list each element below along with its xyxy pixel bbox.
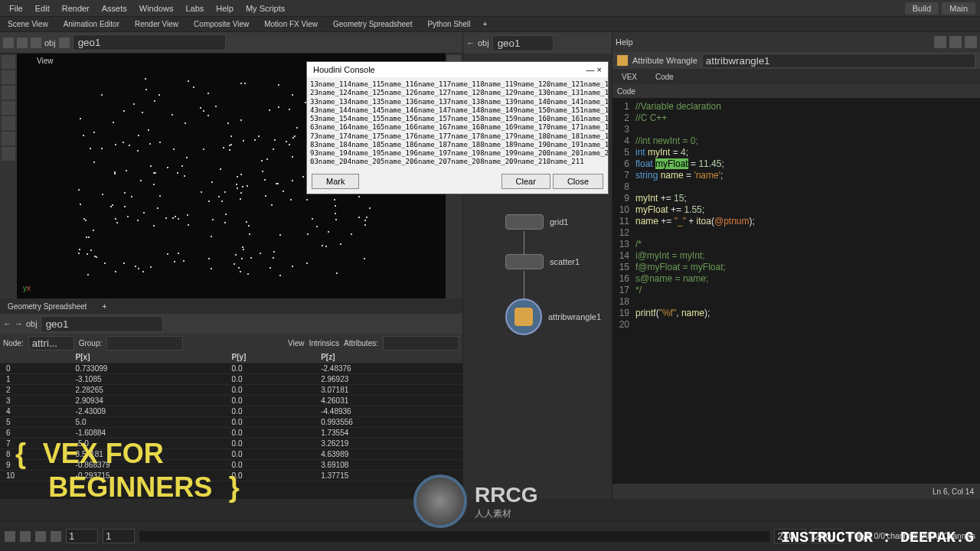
path-input[interactable]	[73, 34, 226, 51]
spreadsheet-path: ← → obj	[0, 314, 462, 334]
parm-tab-code[interactable]: Code	[646, 73, 683, 81]
table-row[interactable]: 4-2.430090.0-4.48936	[0, 406, 462, 416]
axis-gnomon: yx	[23, 284, 31, 292]
play-next-icon[interactable]	[51, 531, 61, 542]
fwd-icon[interactable]	[17, 37, 28, 48]
menu-assets[interactable]: Assets	[96, 4, 133, 13]
frame-cur[interactable]	[103, 529, 135, 543]
tool-icon[interactable]	[2, 101, 15, 115]
overlay-title: { VEX FOR BEGINNERS }	[15, 438, 240, 505]
tool-icon[interactable]	[2, 132, 15, 145]
menu-file[interactable]: File	[3, 4, 29, 13]
path-input[interactable]	[492, 35, 554, 51]
tab-python-shell[interactable]: Python Shell	[420, 20, 478, 28]
fwd-icon[interactable]: →	[15, 319, 23, 328]
menu-render[interactable]: Render	[56, 4, 96, 13]
menu-labs[interactable]: Labs	[179, 4, 210, 13]
gear-icon[interactable]	[965, 36, 977, 48]
shelf-left	[0, 54, 17, 298]
back-icon[interactable]	[3, 37, 14, 48]
back-icon[interactable]: ←	[3, 319, 11, 328]
viewport-label: View	[37, 57, 54, 65]
play-icon[interactable]	[35, 531, 46, 542]
tool-icon[interactable]	[2, 147, 15, 161]
spreadsheet-filter: Node: Group: View Intrinsics Attributes:	[0, 334, 462, 352]
tool-icon[interactable]	[2, 116, 15, 130]
play-prev-icon[interactable]	[20, 531, 31, 542]
menu-help[interactable]: Help	[210, 4, 240, 13]
node-grid1[interactable]: grid1	[505, 214, 568, 230]
node-attribwrangle1[interactable]: attribwrangle1	[505, 298, 601, 335]
table-row[interactable]: 55.00.00.993556	[0, 416, 462, 427]
menu-edit[interactable]: Edit	[29, 4, 56, 13]
console-output[interactable]: 13name_114name_115name_116name_117name_1…	[307, 77, 608, 169]
tool-icon[interactable]	[2, 55, 15, 69]
group-field[interactable]	[106, 336, 183, 350]
tab-render-view[interactable]: Render View	[127, 20, 186, 28]
status-bar: Ln 6, Col 14	[612, 484, 980, 499]
frame-start[interactable]	[66, 529, 98, 543]
view-drop[interactable]: View	[288, 339, 305, 347]
intrinsics-drop[interactable]: Intrinsics	[309, 339, 339, 347]
tab-composite-view[interactable]: Composite View	[186, 20, 256, 28]
mark-button[interactable]: Mark	[312, 174, 359, 189]
parm-toolbar: Help	[612, 32, 980, 52]
minimize-icon[interactable]: —	[586, 65, 595, 74]
table-row[interactable]: 22.282650.03.07181	[0, 384, 462, 395]
close-button[interactable]: Close	[553, 174, 603, 189]
tab-add[interactable]: +	[94, 302, 114, 311]
table-row[interactable]: 32.909340.04.26031	[0, 395, 462, 406]
build-dropdown[interactable]: Build	[905, 2, 939, 15]
group-label: Group:	[79, 339, 103, 347]
overlay-instructor: INSTRUCTOR : DEEPAK.G	[781, 529, 974, 546]
node-field[interactable]	[28, 336, 74, 350]
cursor-pos: Ln 6, Col 14	[933, 487, 974, 496]
console-dialog: Houdini Console — × 13name_114name_115na…	[306, 61, 609, 194]
logo-icon	[413, 474, 467, 528]
path-input[interactable]	[41, 316, 163, 332]
node-type: Attribute Wrangle	[632, 56, 697, 65]
table-row[interactable]: 00.7330990.0-2.48376	[0, 363, 462, 373]
node-label: Node:	[3, 339, 24, 347]
spreadsheet-tabs: Geometry Spreadsheet +	[0, 298, 462, 314]
dialog-title: Houdini Console	[313, 65, 586, 74]
table-row[interactable]: 1-3.10850.02.96923	[0, 373, 462, 384]
table-row[interactable]: 6-1.608840.01.73554	[0, 427, 462, 438]
play-start-icon[interactable]	[5, 531, 15, 542]
search-icon[interactable]	[949, 36, 962, 48]
tab-add[interactable]: +	[479, 20, 492, 28]
clear-button[interactable]: Clear	[501, 174, 550, 189]
menu-windows[interactable]: Windows	[133, 4, 180, 13]
close-icon[interactable]: ×	[597, 65, 602, 74]
node-icon	[59, 37, 70, 48]
attr-field[interactable]	[383, 336, 459, 350]
node-scatter1[interactable]: scatter1	[505, 254, 580, 269]
wrangle-icon	[617, 55, 628, 66]
back-icon[interactable]: ←	[466, 38, 475, 47]
node-header: Attribute Wrangle	[612, 52, 980, 69]
network-pathbar: ← obj	[463, 32, 612, 54]
overlay-logo: RRCG 人人素材	[413, 474, 537, 528]
code-section-label: Code	[612, 84, 980, 98]
node-name-field[interactable]	[702, 54, 975, 68]
tool-icon[interactable]	[2, 70, 15, 84]
tool-icon[interactable]	[2, 86, 15, 99]
code-editor[interactable]: 1//Variable declaration2//C C++34//int n…	[612, 98, 980, 484]
main-dropdown[interactable]: Main	[942, 2, 975, 15]
tab-geometry-spreadsheet[interactable]: Geometry Spreadsheet	[325, 20, 420, 28]
tab-motion-fx-view[interactable]: Motion FX View	[256, 20, 325, 28]
tab-scene-view[interactable]: Scene View	[0, 20, 56, 28]
timeline-track[interactable]	[139, 531, 769, 542]
help-tab[interactable]: Help	[616, 37, 633, 47]
pin-icon[interactable]	[934, 36, 946, 48]
level-icon[interactable]	[31, 37, 41, 48]
main-menubar: FileEditRenderAssetsWindowsLabsHelpMy Sc…	[0, 0, 980, 17]
parm-tab-vex[interactable]: VEX	[612, 73, 646, 81]
parm-tabs: VEXCode	[612, 69, 980, 84]
tab-spreadsheet[interactable]: Geometry Spreadsheet	[0, 302, 94, 311]
path-level[interactable]: obj	[478, 38, 489, 47]
path-level[interactable]: obj	[26, 319, 38, 328]
path-level[interactable]: obj	[44, 38, 56, 47]
tab-animation-editor[interactable]: Animation Editor	[56, 20, 127, 28]
menu-my scripts[interactable]: My Scripts	[240, 4, 291, 13]
